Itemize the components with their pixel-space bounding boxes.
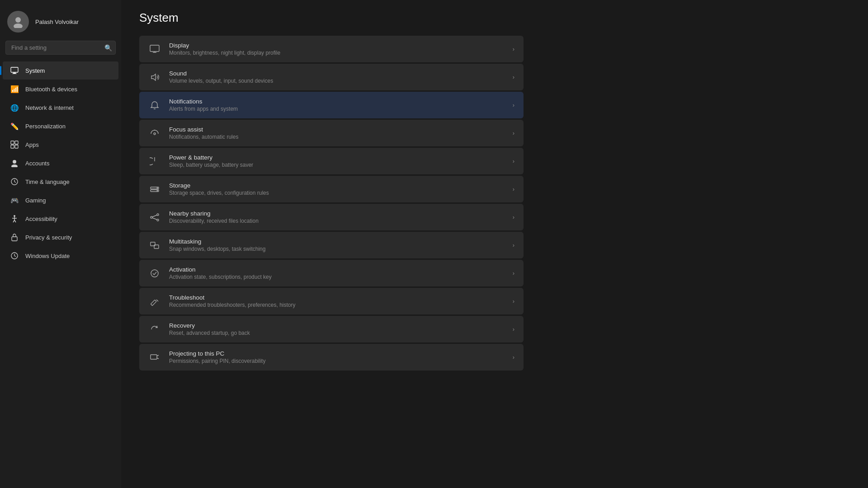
sound-icon (148, 71, 161, 84)
recovery-subtitle: Reset, advanced startup, go back (169, 330, 505, 336)
sidebar-item-apps[interactable]: Apps (3, 136, 118, 154)
focus-assist-icon (148, 127, 161, 140)
sidebar: Palash Volvoikar 🔍 System📶Bluetooth & de… (0, 0, 121, 488)
svg-point-36 (157, 190, 158, 191)
sidebar-item-label-system: System (25, 67, 45, 74)
search-box: 🔍 (5, 41, 116, 55)
troubleshoot-subtitle: Recommended troubleshooters, preferences… (169, 302, 505, 308)
sidebar-item-accounts[interactable]: Accounts (3, 154, 118, 172)
user-name: Palash Volvoikar (35, 19, 79, 25)
sound-chevron-icon: › (513, 74, 514, 80)
recovery-icon (148, 323, 161, 336)
sidebar-item-bluetooth[interactable]: 📶Bluetooth & devices (3, 80, 118, 98)
svg-line-16 (14, 182, 16, 183)
power-subtitle: Sleep, battery usage, battery saver (169, 162, 505, 168)
setting-item-focus-assist[interactable]: Focus assistNotifications, automatic rul… (139, 120, 524, 146)
sidebar-item-time[interactable]: Time & language (3, 173, 118, 191)
sidebar-item-network[interactable]: 🌐Network & internet (3, 99, 118, 117)
projecting-title: Projecting to this PC (169, 350, 505, 357)
setting-item-projecting[interactable]: Projecting to this PCPermissions, pairin… (139, 344, 524, 371)
setting-item-notifications[interactable]: NotificationsAlerts from apps and system… (139, 92, 524, 118)
sidebar-item-label-apps: Apps (25, 141, 39, 148)
accounts-nav-icon (10, 159, 19, 168)
multitasking-text: MultitaskingSnap windows, desktops, task… (169, 238, 505, 252)
search-icon: 🔍 (104, 44, 112, 52)
svg-marker-28 (151, 74, 156, 80)
user-section: Palash Volvoikar (0, 5, 121, 41)
sidebar-item-personalization[interactable]: ✏️Personalization (3, 117, 118, 135)
setting-item-activation[interactable]: ActivationActivation state, subscription… (139, 260, 524, 286)
activation-chevron-icon: › (513, 270, 514, 277)
nearby-sharing-title: Nearby sharing (169, 210, 505, 217)
storage-chevron-icon: › (513, 186, 514, 192)
svg-rect-4 (12, 74, 17, 74)
sidebar-item-label-privacy: Privacy & security (25, 234, 72, 241)
troubleshoot-icon (148, 295, 161, 308)
storage-text: StorageStorage space, drives, configurat… (169, 182, 505, 196)
nav-items: System📶Bluetooth & devices🌐Network & int… (0, 59, 121, 488)
multitasking-icon (148, 239, 161, 252)
sidebar-item-accessibility[interactable]: Accessibility (3, 210, 118, 228)
system-nav-icon (10, 66, 19, 75)
setting-item-storage[interactable]: StorageStorage space, drives, configurat… (139, 176, 524, 202)
recovery-text: RecoveryReset, advanced startup, go back (169, 322, 505, 336)
svg-rect-10 (11, 145, 14, 148)
setting-item-troubleshoot[interactable]: TroubleshootRecommended troubleshooters,… (139, 288, 524, 314)
focus-assist-text: Focus assistNotifications, automatic rul… (169, 126, 505, 140)
svg-line-40 (152, 215, 157, 217)
svg-point-39 (157, 219, 159, 221)
svg-line-41 (152, 218, 157, 220)
activation-title: Activation (169, 266, 505, 273)
sidebar-item-gaming[interactable]: 🎮Gaming (3, 191, 118, 209)
display-text: DisplayMonitors, brightness, night light… (169, 42, 505, 56)
projecting-chevron-icon: › (513, 354, 514, 361)
nearby-sharing-chevron-icon: › (513, 214, 514, 221)
svg-point-13 (11, 164, 18, 167)
multitasking-subtitle: Snap windows, desktops, task switching (169, 246, 505, 252)
display-subtitle: Monitors, brightness, night light, displ… (169, 50, 505, 56)
svg-point-38 (157, 214, 159, 216)
multitasking-title: Multitasking (169, 238, 505, 245)
notifications-subtitle: Alerts from apps and system (169, 106, 505, 112)
apps-nav-icon (10, 140, 19, 149)
setting-item-sound[interactable]: SoundVolume levels, output, input, sound… (139, 64, 524, 90)
sidebar-item-label-accounts: Accounts (25, 160, 49, 167)
storage-icon (148, 183, 161, 196)
svg-rect-23 (12, 237, 17, 241)
svg-point-35 (157, 188, 158, 188)
sidebar-item-label-accessibility: Accessibility (25, 216, 57, 222)
svg-text:🌐: 🌐 (10, 104, 19, 112)
recovery-title: Recovery (169, 322, 505, 329)
projecting-subtitle: Permissions, pairing PIN, discoverabilit… (169, 358, 505, 364)
svg-point-37 (151, 216, 152, 218)
sidebar-item-label-time: Time & language (25, 178, 70, 185)
page-title: System (139, 11, 850, 25)
sidebar-item-update[interactable]: Windows Update (3, 247, 118, 265)
setting-item-recovery[interactable]: RecoveryReset, advanced startup, go back… (139, 316, 524, 343)
display-icon (148, 43, 161, 56)
power-chevron-icon: › (513, 158, 514, 164)
sidebar-item-label-bluetooth: Bluetooth & devices (25, 86, 77, 93)
sidebar-item-privacy[interactable]: Privacy & security (3, 228, 118, 246)
svg-point-18 (14, 215, 15, 217)
notifications-text: NotificationsAlerts from apps and system (169, 98, 505, 112)
time-nav-icon (10, 177, 19, 186)
troubleshoot-text: TroubleshootRecommended troubleshooters,… (169, 294, 505, 308)
sound-subtitle: Volume levels, output, input, sound devi… (169, 78, 505, 84)
setting-item-power[interactable]: Power & batterySleep, battery usage, bat… (139, 148, 524, 174)
svg-rect-46 (151, 300, 156, 305)
settings-list: DisplayMonitors, brightness, night light… (139, 36, 524, 371)
setting-item-multitasking[interactable]: MultitaskingSnap windows, desktops, task… (139, 232, 524, 258)
projecting-icon (148, 351, 161, 364)
focus-assist-title: Focus assist (169, 126, 505, 133)
setting-item-nearby-sharing[interactable]: Nearby sharingDiscoverability, received … (139, 204, 524, 230)
svg-point-1 (14, 23, 23, 28)
setting-item-display[interactable]: DisplayMonitors, brightness, night light… (139, 36, 524, 62)
sidebar-item-system[interactable]: System (3, 61, 118, 80)
storage-title: Storage (169, 182, 505, 189)
notifications-title: Notifications (169, 98, 505, 105)
search-input[interactable] (5, 41, 116, 55)
main-content: System DisplayMonitors, brightness, nigh… (121, 0, 868, 488)
display-title: Display (169, 42, 505, 49)
multitasking-chevron-icon: › (513, 242, 514, 249)
